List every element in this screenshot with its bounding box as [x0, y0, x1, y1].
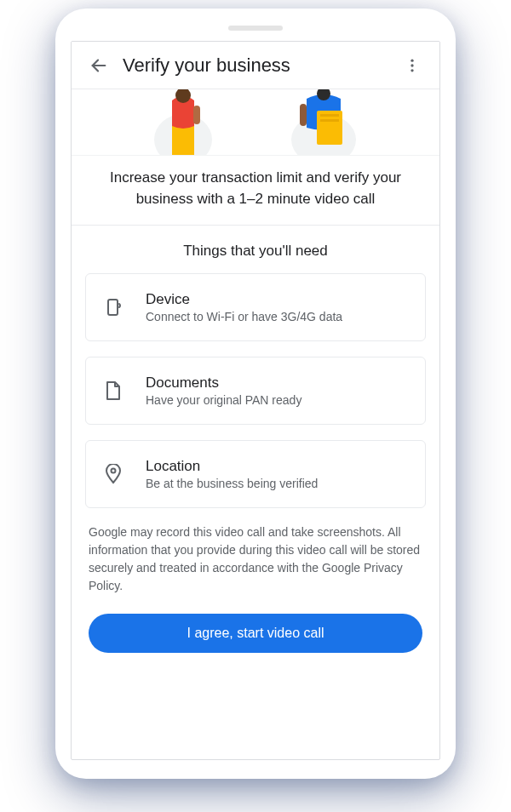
svg-rect-9: [300, 104, 307, 126]
card-title: Device: [146, 291, 410, 308]
back-button[interactable]: [82, 49, 116, 83]
app-bar: Verify your business: [72, 42, 439, 89]
agree-start-video-call-button[interactable]: I agree, start video call: [89, 614, 422, 653]
svg-point-2: [411, 64, 413, 66]
card-device: Device Connect to Wi-Fi or have 3G/4G da…: [85, 273, 426, 341]
card-subtitle: Have your original PAN ready: [146, 393, 410, 407]
card-subtitle: Be at the business being verified: [146, 477, 410, 490]
back-arrow-icon: [89, 56, 108, 75]
intro-text: Increase your transaction limit and veri…: [72, 156, 439, 226]
card-title: Documents: [146, 375, 410, 392]
svg-rect-5: [172, 124, 194, 155]
phone-frame: Verify your business: [55, 9, 456, 779]
hero-illustration: [72, 89, 439, 156]
phone-speaker: [228, 26, 283, 31]
svg-point-15: [112, 469, 116, 473]
svg-rect-12: [320, 119, 339, 122]
disclosure-text: Google may record this video call and ta…: [72, 508, 439, 595]
svg-rect-6: [193, 106, 200, 124]
card-subtitle: Connect to Wi-Fi or have 3G/4G data: [146, 310, 410, 323]
card-location: Location Be at the business being verifi…: [85, 440, 426, 508]
svg-rect-11: [320, 114, 339, 117]
location-icon: [101, 462, 125, 486]
section-title: Things that you'll need: [72, 226, 439, 273]
overflow-menu-button[interactable]: [395, 49, 429, 83]
svg-point-1: [411, 59, 413, 61]
screen: Verify your business: [71, 41, 440, 760]
card-documents: Documents Have your original PAN ready: [85, 357, 426, 425]
more-vert-icon: [404, 57, 421, 74]
device-icon: [101, 295, 125, 319]
document-icon: [101, 379, 125, 403]
svg-point-3: [411, 69, 413, 71]
person-illustration-right: [290, 89, 358, 155]
svg-rect-14: [108, 300, 118, 315]
card-title: Location: [146, 458, 410, 475]
requirements-list: Device Connect to Wi-Fi or have 3G/4G da…: [72, 273, 439, 508]
page-title: Verify your business: [116, 54, 395, 77]
person-illustration-left: [153, 89, 213, 155]
